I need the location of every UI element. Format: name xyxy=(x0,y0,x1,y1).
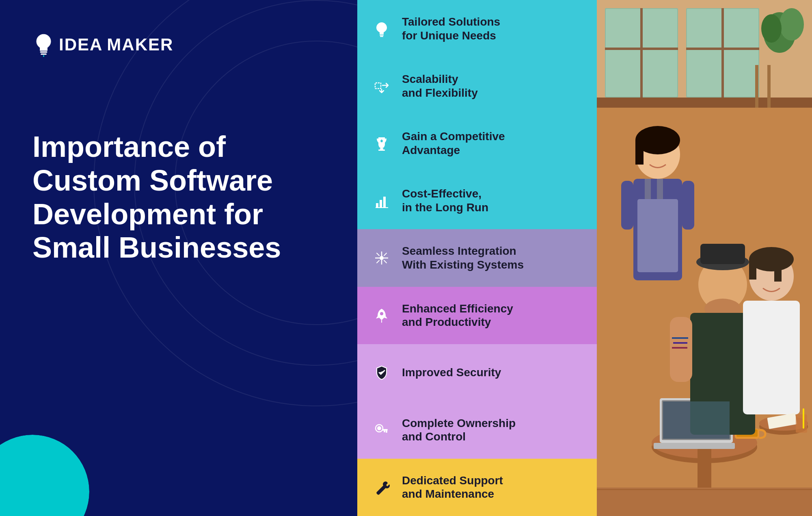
svg-point-37 xyxy=(761,14,782,43)
list-item-6: Improved Security xyxy=(357,344,597,401)
svg-point-20 xyxy=(377,426,381,430)
svg-rect-38 xyxy=(755,65,758,114)
item-label-3: Cost-Effective, in the Long Run xyxy=(402,187,488,214)
main-heading: Importance of Custom Software Developmen… xyxy=(32,130,333,265)
item-label-7: Complete Ownership and Control xyxy=(402,416,516,444)
svg-rect-49 xyxy=(654,443,735,449)
svg-rect-3 xyxy=(380,35,384,36)
svg-rect-80 xyxy=(597,488,812,516)
shield-icon xyxy=(369,360,394,385)
svg-rect-75 xyxy=(743,301,800,414)
cafe-photo xyxy=(597,0,812,516)
heading-line3: Development for xyxy=(32,198,263,230)
svg-rect-10 xyxy=(380,200,382,207)
item-label-5: Enhanced Efficiency and Productivity xyxy=(402,302,513,329)
left-panel: IDEA MAKER Importance of Custom Software… xyxy=(0,0,357,516)
svg-rect-11 xyxy=(383,197,386,207)
list-item-5: Enhanced Efficiency and Productivity xyxy=(357,287,597,344)
heading-line4: Small Businesses xyxy=(32,231,281,264)
list-item-3: Cost-Effective, in the Long Run xyxy=(357,172,597,229)
heading-line2: Custom Software xyxy=(32,164,273,197)
svg-rect-76 xyxy=(663,401,730,439)
item-label-8: Dedicated Support and Maintenance xyxy=(402,474,503,501)
list-item-0: Tailored Solutions for Unique Needs xyxy=(357,0,597,57)
svg-rect-59 xyxy=(637,199,678,272)
heading-line1: Importance of xyxy=(32,130,226,163)
svg-point-18 xyxy=(380,312,383,315)
svg-rect-0 xyxy=(40,51,48,52)
svg-rect-6 xyxy=(380,148,383,150)
svg-rect-39 xyxy=(767,65,771,114)
svg-rect-61 xyxy=(682,181,694,230)
list-item-2: Gain a Competitive Advantage xyxy=(357,115,597,172)
svg-rect-22 xyxy=(386,431,387,433)
middle-panel: Tailored Solutions for Unique Needs Scal… xyxy=(357,0,597,516)
svg-rect-55 xyxy=(635,140,644,165)
right-panel xyxy=(597,0,812,516)
svg-rect-5 xyxy=(375,83,381,89)
svg-rect-67 xyxy=(670,317,692,382)
lightbulb-icon xyxy=(369,17,394,41)
scalability-icon xyxy=(369,74,394,98)
item-label-4: Seamless Integration With Existing Syste… xyxy=(402,244,524,271)
svg-rect-79 xyxy=(803,408,804,429)
item-label-0: Tailored Solutions for Unique Needs xyxy=(402,15,500,42)
svg-rect-9 xyxy=(376,203,378,207)
svg-rect-60 xyxy=(621,181,633,230)
svg-point-13 xyxy=(380,256,384,260)
svg-rect-23 xyxy=(384,431,385,432)
logo: IDEA MAKER xyxy=(32,33,173,57)
trophy-icon xyxy=(369,131,394,156)
teal-accent xyxy=(0,435,89,516)
svg-rect-64 xyxy=(700,244,745,264)
svg-rect-69 xyxy=(673,342,687,344)
svg-rect-74 xyxy=(774,259,782,282)
item-label-2: Gain a Competitive Advantage xyxy=(402,130,505,157)
key-icon xyxy=(369,418,394,442)
wrench-icon xyxy=(369,475,394,499)
svg-rect-78 xyxy=(796,414,807,433)
svg-rect-1 xyxy=(41,53,47,54)
svg-rect-4 xyxy=(380,36,383,37)
svg-rect-70 xyxy=(672,347,687,349)
list-item-1: Scalability and Flexibility xyxy=(357,57,597,115)
list-item-7: Complete Ownership and Control xyxy=(357,401,597,459)
svg-rect-21 xyxy=(382,429,388,431)
logo-text-2: MAKER xyxy=(107,35,173,54)
svg-rect-7 xyxy=(378,150,385,151)
svg-rect-68 xyxy=(672,337,688,339)
list-item-8: Dedicated Support and Maintenance xyxy=(357,459,597,516)
item-label-1: Scalability and Flexibility xyxy=(402,72,478,100)
rocket-icon xyxy=(369,303,394,327)
item-label-6: Improved Security xyxy=(402,366,501,379)
svg-rect-34 xyxy=(597,98,812,108)
logo-text: IDEA xyxy=(59,35,103,54)
logo-lightbulb-icon xyxy=(32,33,55,57)
integration-icon xyxy=(369,246,394,270)
chart-icon xyxy=(369,189,394,213)
list-item-4: Seamless Integration With Existing Syste… xyxy=(357,229,597,286)
svg-point-36 xyxy=(780,8,804,41)
svg-rect-73 xyxy=(749,259,756,280)
